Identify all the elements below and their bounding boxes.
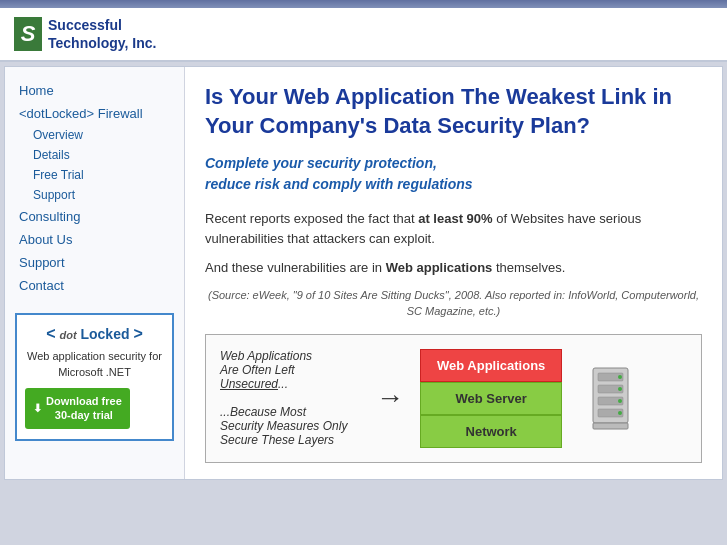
layer-web-applications: Web Applications [420,349,562,382]
nav-free-trial[interactable]: Free Trial [5,165,184,185]
nav-contact[interactable]: Contact [5,274,184,297]
logo-text: Successful Technology, Inc. [48,16,156,52]
dotlocked-badge: < dot Locked > [25,325,164,343]
nav-overview[interactable]: Overview [5,125,184,145]
download-label: Download free30-day trial [46,394,122,423]
source-text: (Source: eWeek, "9 of 10 Sites Are Sitti… [205,287,702,320]
nav-about-us[interactable]: About Us [5,228,184,251]
nav-details[interactable]: Details [5,145,184,165]
svg-point-6 [618,387,622,391]
main-layout: Home <dotLocked> Firewall Overview Detai… [4,66,723,480]
main-content: Is Your Web Application The Weakest Link… [185,67,722,479]
sidebar-badge: < dot Locked > Web application security … [15,313,174,440]
nav-home[interactable]: Home [5,79,184,102]
diagram-left-text: Web Applications Are Often Left Unsecure… [220,349,360,447]
top-bar [0,0,727,8]
download-button[interactable]: ⬇ Download free30-day trial [25,388,130,429]
dot-label: dot Locked [59,326,129,342]
left-arrow-icon: < [46,325,55,343]
nav-support[interactable]: Support [5,251,184,274]
diagram-arrow-icon: → [376,382,404,414]
server-svg [588,363,638,433]
svg-point-5 [618,375,622,379]
header: S Successful Technology, Inc. [0,8,727,62]
layer-network: Network [420,415,562,448]
nav-dotlocked-firewall[interactable]: <dotLocked> Firewall [5,102,184,125]
svg-rect-9 [593,423,628,429]
badge-description: Web application security for Microsoft .… [25,349,164,380]
layer-web-server: Web Server [420,382,562,415]
nav-support-sub[interactable]: Support [5,185,184,205]
right-arrow-icon: > [134,325,143,343]
logo-s-icon: S [14,17,42,51]
svg-point-8 [618,411,622,415]
download-icon: ⬇ [33,401,42,415]
svg-point-7 [618,399,622,403]
diagram-layers: Web Applications Web Server Network [420,349,562,448]
server-icon [588,363,638,433]
sidebar: Home <dotLocked> Firewall Overview Detai… [5,67,185,479]
nav-consulting[interactable]: Consulting [5,205,184,228]
diagram: Web Applications Are Often Left Unsecure… [205,334,702,463]
main-heading: Is Your Web Application The Weakest Link… [205,83,702,140]
sub-heading: Complete your security protection, reduc… [205,153,702,195]
logo: S Successful Technology, Inc. [14,16,156,52]
paragraph-2: And these vulnerabilities are in Web app… [205,258,702,279]
paragraph-1: Recent reports exposed the fact that at … [205,209,702,251]
